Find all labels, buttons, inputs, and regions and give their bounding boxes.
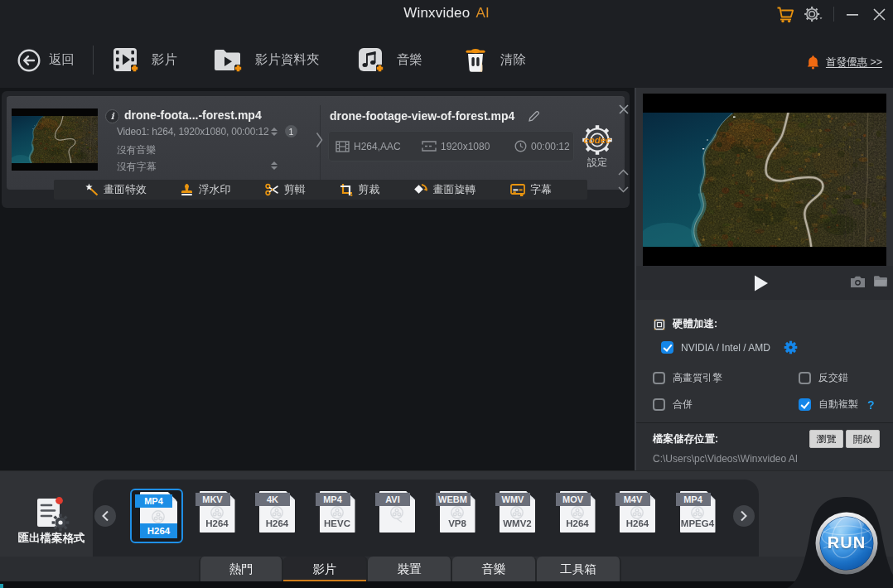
tab-device[interactable]: 裝置 <box>368 557 452 581</box>
gpu-settings-gear-icon[interactable] <box>783 340 799 355</box>
file-card[interactable]: i drone-foota...-forest.mp4 Video1: h264… <box>7 96 625 190</box>
tab-toolbox[interactable]: 工具箱 <box>537 557 621 581</box>
format-card-mp4-h264[interactable]: MP4H264 <box>130 489 183 543</box>
open-folder-icon[interactable] <box>873 275 888 287</box>
gpu-label: NVIDIA / Intel / AMD <box>681 342 770 354</box>
hq-engine-label: 高畫質引擎 <box>673 371 722 385</box>
promo-link[interactable]: 首發優惠 >> <box>807 52 882 72</box>
video-preview[interactable] <box>643 94 886 266</box>
format-codec-label: H264 <box>140 523 177 538</box>
export-format-icon[interactable] <box>30 495 73 533</box>
play-button[interactable] <box>751 273 770 293</box>
chevron-right-icon <box>316 132 323 148</box>
merge-row: 合併 <box>653 398 693 412</box>
minimize-icon[interactable] <box>842 4 862 24</box>
video-thumbnail[interactable] <box>12 108 98 171</box>
format-card-mp4-mpeg4[interactable]: MP4MPEG4 <box>671 489 724 543</box>
edit-tool-label: 剪輯 <box>284 182 306 197</box>
edit-tool-label: 字幕 <box>530 182 552 197</box>
resolution-icon <box>422 141 437 152</box>
format-container-band: AVI <box>375 493 410 506</box>
subtitle-icon <box>510 184 525 196</box>
clock-icon <box>514 140 527 152</box>
gpu-checkbox[interactable] <box>661 341 673 354</box>
auto-copy-checkbox[interactable] <box>799 398 811 411</box>
cpu-chip-icon <box>653 318 666 331</box>
scroll-right-button[interactable] <box>733 505 755 527</box>
close-icon[interactable] <box>869 4 889 24</box>
cart-icon[interactable] <box>775 4 795 24</box>
add-music-button[interactable]: 音樂 <box>356 43 422 76</box>
corner-accent <box>0 584 3 588</box>
promo-label: 首發優惠 >> <box>826 55 882 70</box>
format-card-mov-h264[interactable]: MOVH264 <box>551 489 604 543</box>
back-label: 返回 <box>49 51 75 69</box>
output-resolution-item: 1920x1080 <box>422 132 490 161</box>
format-codec-label: HEVC <box>320 516 355 530</box>
format-codec-label: H264 <box>200 516 235 530</box>
open-button[interactable]: 開啟 <box>846 430 880 448</box>
info-icon[interactable]: i <box>105 109 119 123</box>
edit-tool-crop[interactable]: 剪裁 <box>340 182 379 197</box>
toolbar-separator <box>93 46 94 75</box>
tab-label: 影片 <box>313 561 337 577</box>
back-button[interactable]: 返回 <box>17 46 75 74</box>
format-card-m4v-h264[interactable]: M4VH264 <box>611 489 664 543</box>
help-question-icon[interactable]: ? <box>867 398 875 412</box>
clear-trash-icon <box>461 45 490 75</box>
hq-engine-checkbox[interactable] <box>653 372 665 384</box>
subtitle-track-info: 沒有字幕 <box>117 160 156 174</box>
category-tab-bar: 熱門影片裝置音樂工具箱 <box>0 557 893 581</box>
snapshot-camera-icon[interactable] <box>850 275 866 288</box>
run-button[interactable]: RUN <box>815 512 878 575</box>
format-card-wmv-wmv2[interactable]: WMVWMV2 <box>490 489 543 543</box>
format-card-mkv-h264[interactable]: MKVH264 <box>191 489 244 543</box>
settings-gear-icon[interactable] <box>804 4 823 24</box>
edit-tool-subtitle[interactable]: 字幕 <box>510 182 552 197</box>
format-container-band: MP4 <box>135 494 172 508</box>
auto-copy-label: 自動複製 <box>818 398 858 412</box>
subtitle-track-spinner[interactable] <box>270 161 278 170</box>
track-count-badge: 1 <box>285 125 297 137</box>
format-card-webm-vp8[interactable]: WEBMVP8 <box>431 489 484 543</box>
merge-checkbox[interactable] <box>653 398 665 411</box>
scroll-left-button[interactable] <box>94 505 116 527</box>
add-video-button[interactable]: 影片 <box>111 43 177 76</box>
tab-label: 工具箱 <box>560 561 596 577</box>
format-card-4k-h264[interactable]: 4KH264 <box>250 489 303 543</box>
app-title: Winxvideo AI <box>0 0 893 27</box>
output-duration: 00:00:12 <box>531 141 570 152</box>
output-codec-item: H264,AAC <box>335 132 401 161</box>
clear-label: 清除 <box>500 51 526 69</box>
edit-tool-effects[interactable]: 畫面特效 <box>84 182 147 197</box>
edit-tool-rotate[interactable]: 畫面旋轉 <box>414 182 476 197</box>
rename-pencil-icon[interactable] <box>528 110 540 123</box>
app-title-text: Winxvideo <box>403 5 470 22</box>
bottom-strip <box>0 581 893 588</box>
video-track-spinner[interactable] <box>270 128 278 136</box>
card-scroll-up-icon[interactable] <box>618 169 629 176</box>
tab-music[interactable]: 音樂 <box>452 557 537 581</box>
format-card-avi-none[interactable]: AVI <box>370 489 423 543</box>
source-filename: drone-foota...-forest.mp4 <box>124 108 262 122</box>
run-area: RUN <box>785 490 893 588</box>
edit-tool-watermark[interactable]: 浮水印 <box>181 182 230 197</box>
category-tabs: 熱門影片裝置音樂工具箱 <box>199 557 621 581</box>
card-scroll-down-icon[interactable] <box>618 186 629 193</box>
deinterlace-label: 反交錯 <box>818 371 848 385</box>
deinterlace-checkbox[interactable] <box>799 372 811 384</box>
format-card-mp4-hevc[interactable]: MP4HEVC <box>311 489 364 543</box>
browse-button[interactable]: 瀏覽 <box>809 430 843 448</box>
clear-button[interactable]: 清除 <box>461 43 526 76</box>
edit-tool-label: 畫面特效 <box>104 182 147 197</box>
add-video-icon <box>111 45 142 75</box>
card-close-icon[interactable] <box>616 102 631 117</box>
tab-hot[interactable]: 熱門 <box>199 557 283 581</box>
edit-tool-trim[interactable]: 剪輯 <box>265 182 306 197</box>
preview-panel: 硬體加速: NVIDIA / Intel / AMD 高畫質引擎 <box>635 88 893 470</box>
add-video-folder-icon <box>212 45 245 75</box>
tab-video[interactable]: 影片 <box>283 557 368 581</box>
add-video-folder-button[interactable]: 影片資料夾 <box>212 43 320 76</box>
rotate-icon <box>414 183 428 196</box>
merge-label: 合併 <box>673 398 693 412</box>
